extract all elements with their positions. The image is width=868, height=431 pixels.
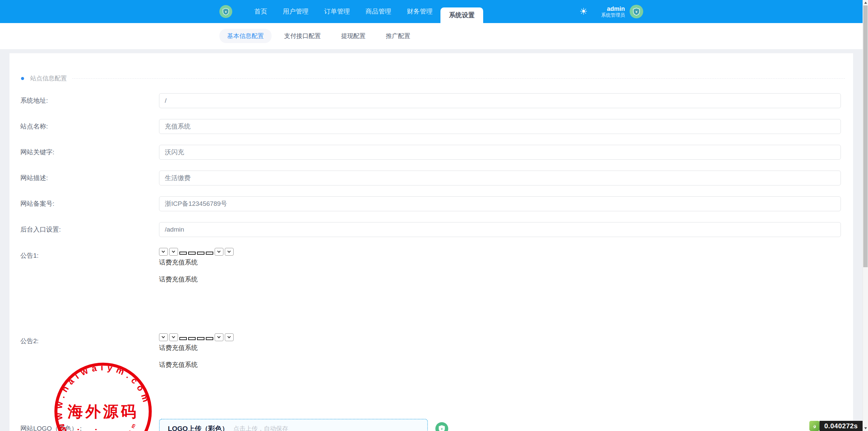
secondary-nav-inner: 基本信息配置 支付接口配置 提现配置 推广配置: [219, 23, 643, 43]
site-keywords-input[interactable]: [159, 145, 841, 160]
triangle-down-icon: [864, 427, 867, 429]
field-label: 后台入口设置:: [9, 225, 159, 234]
editor-toolbar: [159, 248, 841, 256]
tab-withdraw-config[interactable]: 提现配置: [333, 29, 373, 43]
main-menu: 首页 用户管理 订单管理 商品管理 财务管理 系统设置: [246, 0, 483, 23]
notice-1-editor[interactable]: 话费充值系统 话费充值系统: [159, 248, 841, 322]
field-label: 网站备案号:: [9, 199, 159, 208]
field-label: 网站LOGO（彩色）：: [9, 424, 159, 431]
form-row-site-logo: 网站LOGO（彩色）： LOGO上传（彩色） 点击上传，自动保存 ¥: [9, 419, 853, 431]
form-row-admin-entry: 后台入口设置:: [9, 222, 853, 237]
field-label: 网站关键字:: [9, 148, 159, 157]
form-row-icp-number: 网站备案号:: [9, 196, 853, 211]
chevron-down-icon: [162, 335, 165, 338]
editor-toolbar-button[interactable]: [197, 337, 204, 340]
field-label: 公告2:: [9, 333, 159, 346]
editor-select-dropdown[interactable]: [215, 333, 223, 341]
field-label: 网站描述:: [9, 174, 159, 182]
editor-select-dropdown[interactable]: [169, 248, 178, 256]
shield-yen-icon: ¥: [632, 7, 641, 16]
site-name-input[interactable]: [159, 119, 841, 134]
scrollbar-thumb[interactable]: [863, 5, 868, 267]
form-row-system-url: 系统地址:: [9, 93, 853, 108]
editor-select-dropdown[interactable]: [215, 248, 223, 256]
chevron-down-icon: [228, 335, 231, 338]
section-header: 站点信息配置: [21, 74, 845, 82]
section-dot-icon: [21, 77, 24, 80]
notice-text-line: 话费充值系统: [159, 258, 841, 267]
tab-payment-api-config[interactable]: 支付接口配置: [276, 29, 329, 43]
editor-toolbar-button[interactable]: [188, 252, 196, 255]
scrollbar-down-button[interactable]: [863, 426, 868, 431]
editor-select-dropdown[interactable]: [159, 248, 168, 256]
form-row-site-keywords: 网站关键字:: [9, 145, 853, 160]
svg-text:¥: ¥: [441, 427, 442, 431]
editor-select-dropdown[interactable]: [169, 333, 178, 341]
user-role: 系统管理员: [601, 12, 625, 18]
page-body: 站点信息配置 系统地址: 站点名称: 网站关键字:: [0, 49, 863, 431]
debug-trace-widget[interactable]: 0.040272s: [809, 421, 863, 431]
avatar[interactable]: ¥: [630, 5, 643, 18]
editor-toolbar-button[interactable]: [179, 337, 187, 340]
notice-text-line: 话费充值系统: [159, 344, 841, 352]
editor-select-dropdown[interactable]: [225, 333, 234, 341]
logo-upload-button[interactable]: LOGO上传（彩色） 点击上传，自动保存: [159, 419, 428, 431]
notice-text-line: 话费充值系统: [159, 275, 841, 284]
editor-toolbar-button[interactable]: [206, 252, 213, 255]
vertical-scrollbar[interactable]: [863, 0, 868, 431]
chevron-down-icon: [217, 335, 221, 338]
upload-label: LOGO上传（彩色）: [168, 424, 229, 431]
form-row-notice-1: 公告1: 话费充值系统 话费充值系统: [9, 248, 853, 322]
nav-item-products[interactable]: 商品管理: [358, 0, 399, 23]
triangle-up-icon: [864, 2, 867, 4]
admin-entry-input[interactable]: [159, 222, 841, 237]
section-title: 站点信息配置: [30, 74, 67, 82]
nav-item-home[interactable]: 首页: [246, 0, 275, 23]
navbar-inner: ¥ 首页 用户管理 订单管理 商品管理 财务管理 系统设置 ☀ admin 系统…: [219, 0, 643, 23]
user-meta[interactable]: admin 系统管理员: [601, 5, 625, 18]
editor-toolbar-button[interactable]: [197, 252, 204, 255]
nav-item-users[interactable]: 用户管理: [275, 0, 316, 23]
editor-toolbar: [159, 333, 841, 341]
editor-select-dropdown[interactable]: [225, 248, 234, 256]
thinkphp-flame-icon[interactable]: [809, 421, 820, 431]
notice-2-editor[interactable]: 话费充值系统 话费充值系统: [159, 333, 841, 408]
field-label: 公告1:: [9, 248, 159, 260]
svg-text:¥: ¥: [225, 10, 226, 14]
tab-promotion-config[interactable]: 推广配置: [378, 29, 418, 43]
icp-number-input[interactable]: [159, 196, 841, 211]
field-label: 系统地址:: [9, 96, 159, 105]
nav-item-orders[interactable]: 订单管理: [316, 0, 358, 23]
svg-text:¥: ¥: [635, 10, 637, 14]
editor-toolbar-button[interactable]: [179, 252, 187, 255]
tab-basic-info-config[interactable]: 基本信息配置: [219, 29, 272, 43]
site-description-input[interactable]: [159, 171, 841, 185]
scrollbar-up-button[interactable]: [863, 0, 868, 5]
upload-hint: 点击上传，自动保存: [233, 425, 288, 431]
form-row-site-description: 网站描述:: [9, 171, 853, 185]
flame-icon: [811, 423, 818, 429]
editor-toolbar-button[interactable]: [188, 337, 196, 340]
notice-text-line: 话费充值系统: [159, 360, 841, 369]
nav-item-system-settings[interactable]: 系统设置: [440, 7, 483, 23]
chevron-down-icon: [172, 250, 175, 253]
chevron-down-icon: [162, 250, 165, 253]
chevron-down-icon: [228, 250, 231, 253]
secondary-nav: 基本信息配置 支付接口配置 提现配置 推广配置: [0, 23, 863, 49]
section-divider: [72, 78, 845, 79]
settings-card: 站点信息配置 系统地址: 站点名称: 网站关键字:: [9, 53, 853, 431]
shield-yen-icon: ¥: [438, 425, 446, 431]
editor-toolbar-button[interactable]: [206, 337, 213, 340]
shield-yen-icon: ¥: [222, 7, 230, 16]
top-navbar: ¥ 首页 用户管理 订单管理 商品管理 财务管理 系统设置 ☀ admin 系统…: [0, 0, 863, 23]
trace-time-badge: 0.040272s: [820, 421, 863, 431]
sun-icon[interactable]: ☀: [579, 7, 588, 16]
user-name: admin: [601, 5, 625, 13]
system-url-input[interactable]: [159, 93, 841, 108]
editor-select-dropdown[interactable]: [159, 333, 168, 341]
chevron-down-icon: [172, 335, 175, 338]
chevron-down-icon: [217, 250, 221, 253]
nav-item-finance[interactable]: 财务管理: [399, 0, 440, 23]
brand-logo[interactable]: ¥: [219, 5, 232, 18]
form-row-notice-2: 公告2: 话费充值系统 话费充值系统: [9, 333, 853, 408]
